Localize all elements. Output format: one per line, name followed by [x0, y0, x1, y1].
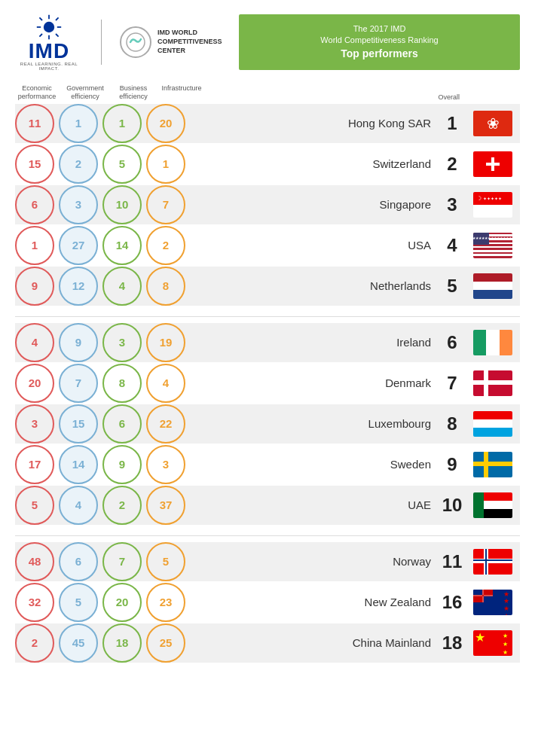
economic-score: 2 — [15, 623, 54, 663]
country-name: Singapore — [380, 198, 431, 211]
score-circles: 4 9 3 19 — [15, 323, 226, 362]
overall-rank: 7 — [442, 373, 463, 394]
table-row: 9 12 4 8 Netherlands 5 — [15, 267, 520, 306]
header-divider — [101, 20, 102, 65]
table-row: 17 14 9 3 Sweden 9 — [15, 445, 520, 484]
country-name: Sweden — [390, 458, 431, 471]
flag-dk — [473, 370, 512, 396]
group-separator — [15, 316, 520, 317]
wcc-logo: IMD WORLD COMPETITIVENESS CENTER — [120, 26, 225, 58]
svg-line-7 — [56, 17, 59, 20]
economic-score: 11 — [15, 104, 54, 143]
country-info: China Mainland 18 ★ ★★★★ — [226, 630, 520, 656]
business-score: 1 — [102, 104, 142, 143]
government-score: 2 — [59, 145, 98, 184]
score-circles: 3 15 6 22 — [15, 404, 226, 444]
title-line2: World Competitiveness Ranking — [251, 35, 508, 46]
business-score: 4 — [102, 267, 142, 306]
government-score: 45 — [59, 623, 98, 663]
svg-point-9 — [127, 33, 145, 51]
score-circles: 17 14 9 3 — [15, 445, 226, 484]
title-bold: Top performers — [251, 47, 508, 62]
government-score: 9 — [59, 323, 98, 362]
business-score: 18 — [102, 623, 142, 663]
svg-line-6 — [56, 34, 59, 37]
economic-score: 5 — [15, 486, 54, 525]
government-score: 6 — [59, 542, 98, 581]
government-score: 15 — [59, 404, 98, 444]
government-score: 7 — [59, 364, 98, 403]
score-circles: 9 12 4 8 — [15, 267, 226, 306]
table-row: 3 15 6 22 Luxembourg 8 — [15, 404, 520, 444]
flag-cn: ★ ★★★★ — [473, 630, 512, 656]
overall-rank: 9 — [442, 454, 463, 475]
country-info: New Zealand 16 ★★★★ — [226, 590, 520, 615]
group-separator — [15, 535, 520, 536]
title-line1: The 2017 IMD — [251, 23, 508, 35]
business-score: 20 — [102, 583, 142, 622]
column-headers: Economic performance Government efficien… — [0, 78, 535, 104]
score-circles: 32 5 20 23 — [15, 583, 226, 622]
header-title: The 2017 IMD World Competitiveness Ranki… — [239, 14, 520, 70]
score-circles: 1 27 14 2 — [15, 226, 226, 265]
infrastructure-score: 23 — [146, 583, 185, 622]
country-info: UAE 10 — [226, 492, 520, 518]
economic-score: 15 — [15, 145, 54, 184]
overall-rank: 1 — [442, 113, 463, 134]
group-mid5: 4 9 3 19 Ireland 6 20 7 8 4 De — [15, 323, 520, 525]
svg-rect-11 — [486, 163, 500, 166]
table-row: 1 27 14 2 USA 4 ★★★★★★★★★★★★★★★★★★★★★★★★… — [15, 226, 520, 265]
business-score: 10 — [102, 185, 142, 224]
col-header-economic: Economic performance — [15, 84, 59, 101]
infrastructure-score: 3 — [146, 445, 185, 484]
country-info: Singapore 3 ☽ ✦✦✦✦✦ — [226, 192, 520, 218]
overall-rank: 2 — [442, 154, 463, 175]
col-header-government: Government efficiency — [63, 84, 107, 101]
flag-us: ★★★★★★★★★★★★★★★★★★★★★★★★★★★★★★★★★★★★★★★★… — [473, 233, 512, 258]
government-score: 14 — [59, 445, 98, 484]
infrastructure-score: 2 — [146, 226, 185, 265]
overall-rank: 16 — [442, 592, 463, 613]
infrastructure-score: 7 — [146, 185, 185, 224]
score-circles: 11 1 1 20 — [15, 104, 226, 143]
infrastructure-score: 19 — [146, 323, 185, 362]
wcc-circle-icon — [120, 26, 151, 58]
table-row: 20 7 8 4 Denmark 7 — [15, 364, 520, 403]
country-name: UAE — [408, 498, 431, 511]
col-header-overall: Overall — [438, 93, 520, 101]
svg-point-0 — [44, 22, 54, 32]
country-name: Luxembourg — [368, 417, 431, 430]
table-row: 32 5 20 23 New Zealand 16 — [15, 583, 520, 622]
business-score: 8 — [102, 364, 142, 403]
infrastructure-score: 37 — [146, 486, 185, 525]
government-score: 5 — [59, 583, 98, 622]
table-row: 48 6 7 5 Norway 11 — [15, 542, 520, 581]
infrastructure-score: 1 — [146, 145, 185, 184]
country-info: Ireland 6 — [226, 330, 520, 355]
country-name: China Mainland — [353, 636, 431, 649]
infrastructure-score: 20 — [146, 104, 185, 143]
col-header-infrastructure: Infrastructure — [160, 84, 203, 101]
infrastructure-score: 22 — [146, 404, 185, 444]
imd-tagline: REAL LEARNING. REAL IMPACT. — [15, 62, 83, 71]
imd-sun-icon — [35, 14, 63, 41]
economic-score: 20 — [15, 364, 54, 403]
country-name: Hong Kong SAR — [348, 117, 431, 130]
overall-rank: 4 — [442, 235, 463, 256]
score-circles: 20 7 8 4 — [15, 364, 226, 403]
country-info: Luxembourg 8 — [226, 411, 520, 437]
country-info: Hong Kong SAR 1 ❀ — [226, 111, 520, 136]
imd-logo: IMD REAL LEARNING. REAL IMPACT. — [15, 14, 83, 71]
infrastructure-score: 25 — [146, 623, 185, 663]
country-info: USA 4 ★★★★★★★★★★★★★★★★★★★★★★★★★★★★★★★★★★… — [226, 233, 520, 258]
flag-ch — [473, 151, 512, 177]
main-content: 11 1 1 20 Hong Kong SAR 1 ❀ 15 2 5 1 Swi… — [0, 104, 535, 663]
page-container: IMD REAL LEARNING. REAL IMPACT. IMD WORL… — [0, 0, 535, 663]
country-info: Switzerland 2 — [226, 151, 520, 177]
table-row: 15 2 5 1 Switzerland 2 — [15, 145, 520, 184]
flag-nl — [473, 273, 512, 299]
table-row: 5 4 2 37 UAE 10 — [15, 486, 520, 525]
flag-no — [473, 549, 512, 575]
header: IMD REAL LEARNING. REAL IMPACT. IMD WORL… — [0, 0, 535, 78]
country-info: Netherlands 5 — [226, 273, 520, 299]
